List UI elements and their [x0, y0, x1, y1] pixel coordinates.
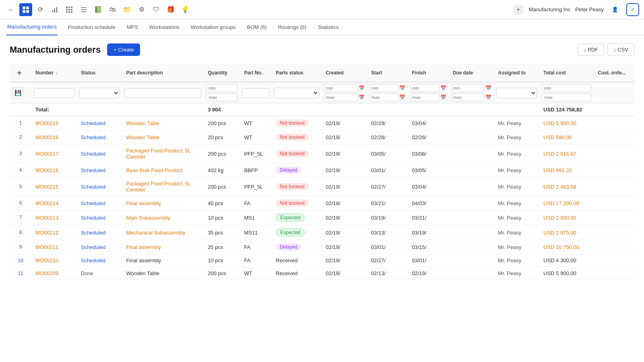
nav-statistics[interactable]: Statistics — [317, 19, 339, 35]
filter-assigned-select[interactable] — [496, 88, 537, 98]
calendar-icon-created-max[interactable]: 📅 — [359, 95, 365, 100]
create-button[interactable]: + Create — [107, 43, 140, 56]
total-cust-order-cell — [594, 103, 634, 116]
calendar-icon-finish-min[interactable]: 📅 — [440, 85, 446, 91]
nav-mps[interactable]: MPS — [126, 19, 139, 35]
part-desc-value-4[interactable]: Base Bulk Food Product — [126, 167, 182, 173]
col-header-status[interactable]: Status — [77, 64, 122, 82]
col-header-part-desc[interactable]: Part description — [122, 64, 204, 82]
mo-link-10[interactable]: MO00210 — [35, 257, 58, 263]
mo-link-6[interactable]: MO00214 — [35, 200, 58, 206]
shield-icon[interactable]: 🛡 — [150, 3, 163, 16]
folder-icon[interactable]: 📁 — [121, 3, 134, 16]
calendar-icon-due-max[interactable]: 📅 — [485, 95, 491, 100]
col-header-due-date[interactable]: Due date — [449, 64, 494, 82]
nav-production-schedule[interactable]: Production schedule — [67, 19, 116, 35]
part-no-cell-10: FA — [240, 254, 272, 267]
spinner-icon[interactable]: ⟳ — [34, 3, 47, 16]
part-no-cell-11: WT — [240, 267, 272, 280]
chart-bar-icon[interactable] — [48, 3, 61, 16]
col-header-cust-order[interactable]: Cust. orde... — [594, 64, 634, 82]
calendar-grid-icon[interactable] — [63, 3, 76, 16]
cost-value-11: USD 5 900,00 — [543, 270, 576, 276]
nav-bom[interactable]: BOM (6) — [246, 19, 268, 35]
filter-qty-min-input[interactable] — [206, 84, 237, 92]
mo-link-3[interactable]: MO00217 — [35, 151, 58, 157]
col-header-part-no[interactable]: Part No. — [240, 64, 272, 82]
list-icon[interactable] — [77, 3, 90, 16]
col-header-finish[interactable]: Finish — [408, 64, 448, 82]
filter-parts-status-select[interactable] — [274, 88, 319, 98]
col-header-quantity[interactable]: Quantity — [204, 64, 240, 82]
filter-created-min-input[interactable] — [324, 84, 358, 92]
filter-finish-max-input[interactable] — [410, 93, 439, 101]
col-header-start[interactable]: Start — [367, 64, 408, 82]
back-icon[interactable]: ← — [5, 3, 18, 16]
bag-icon[interactable]: 🛍 — [106, 3, 119, 16]
part-desc-value-1[interactable]: Wooden Table — [126, 120, 159, 126]
mo-link-9[interactable]: MO00211 — [35, 244, 58, 250]
calendar-icon-start-min[interactable]: 📅 — [399, 85, 405, 91]
user-profile-icon[interactable]: 👤 — [609, 3, 621, 16]
filter-due-min-input[interactable] — [451, 84, 485, 92]
part-desc-value-9[interactable]: Final assembly — [126, 244, 161, 250]
filter-finish-min-input[interactable] — [410, 84, 439, 92]
page-content: Manufacturing orders + Create ↓ PDF ↓ CS… — [0, 35, 644, 288]
total-cost-value: USD 124 758,82 — [543, 107, 582, 113]
calendar-icon-due-min[interactable]: 📅 — [485, 85, 491, 91]
save-filter-button[interactable]: 💾 — [12, 87, 23, 99]
mo-link-4[interactable]: MO00216 — [35, 167, 58, 173]
col-header-created[interactable]: Created — [322, 64, 367, 82]
gift-icon[interactable]: 🎁 — [164, 3, 177, 16]
mo-link-7[interactable]: MO00213 — [35, 215, 58, 221]
total-assigned-cell — [494, 103, 539, 116]
nav-workstation-groups[interactable]: Workstation groups — [190, 19, 237, 35]
part-desc-cell-8: Mechanical Subassembly — [122, 225, 204, 240]
csv-button[interactable]: ↓ CSV — [607, 43, 634, 56]
part-desc-value-6[interactable]: Final assembly — [126, 200, 161, 206]
filter-start-min-input[interactable] — [369, 84, 398, 92]
nav-workstations[interactable]: Workstations — [149, 19, 180, 35]
part-desc-value-7[interactable]: Main Subassembly — [126, 215, 170, 221]
mo-link-1[interactable]: MO00219 — [35, 120, 58, 126]
filter-created-max-input[interactable] — [324, 93, 358, 101]
calendar-icon-created-min[interactable]: 📅 — [359, 85, 365, 91]
filter-start-max-input[interactable] — [369, 93, 398, 101]
part-desc-value-3[interactable]: Packaged Food Product, 5L Canister — [126, 148, 191, 160]
part-desc-value-8[interactable]: Mechanical Subassembly — [126, 230, 185, 236]
app1-icon[interactable] — [19, 3, 32, 16]
filter-qty-max-input[interactable] — [206, 93, 237, 101]
filter-number-input[interactable] — [34, 88, 74, 98]
add-column-button[interactable]: + — [14, 67, 25, 78]
calendar-icon-start-max[interactable]: 📅 — [399, 95, 405, 100]
pdf-button[interactable]: ↓ PDF — [578, 43, 604, 56]
mo-link-5[interactable]: MO00215 — [35, 184, 58, 190]
part-desc-value-5[interactable]: Packaged Food Product, 5L Canister — [126, 181, 191, 193]
mo-link-8[interactable]: MO00212 — [35, 230, 58, 236]
gear-icon[interactable]: ⚙ — [135, 3, 148, 16]
col-header-assigned-to[interactable]: Assigned to — [494, 64, 539, 82]
filter-part-no-input[interactable] — [242, 88, 269, 98]
mo-number-cell-4: MO00216 — [31, 163, 77, 177]
assigned-cell-6: Mr. Peasy — [494, 196, 539, 210]
book-icon[interactable]: 📗 — [92, 3, 105, 16]
part-desc-value-2[interactable]: Wooden Table — [126, 134, 159, 140]
filter-due-max-input[interactable] — [451, 93, 485, 101]
svg-rect-1 — [26, 6, 29, 9]
filter-total-cost-max-input[interactable] — [542, 93, 591, 101]
bulb-icon[interactable]: 💡 — [179, 3, 192, 16]
filter-total-cost-min-input[interactable] — [542, 84, 591, 92]
mo-link-11[interactable]: MO00209 — [35, 270, 58, 276]
mo-link-2[interactable]: MO00218 — [35, 134, 58, 140]
calendar-icon-finish-max[interactable]: 📅 — [440, 95, 446, 100]
filter-status-select[interactable] — [79, 88, 120, 98]
filter-part-desc-input[interactable] — [124, 88, 201, 98]
nav-routings[interactable]: Routings (6) — [277, 19, 308, 35]
col-header-number[interactable]: Number ↓ — [31, 64, 77, 82]
check-icon[interactable]: ✓ — [626, 3, 639, 16]
status-cell-1: Scheduled — [77, 116, 122, 130]
nav-manufacturing-orders[interactable]: Manufacturing orders — [6, 19, 58, 35]
col-header-total-cost[interactable]: Total cost — [539, 64, 594, 82]
col-header-parts-status[interactable]: Parts status — [272, 64, 322, 82]
add-button[interactable]: + — [513, 4, 524, 15]
